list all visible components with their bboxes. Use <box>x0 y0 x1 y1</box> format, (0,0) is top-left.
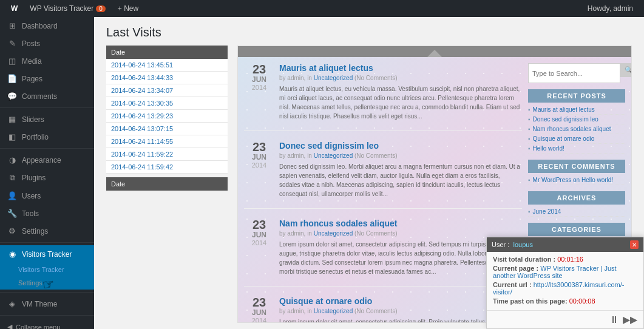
sidebar-item-users[interactable]: 👤 Users <box>0 187 94 205</box>
table-row[interactable]: 2014-06-24 11:59:42 <box>106 161 228 174</box>
sidebar-item-tools[interactable]: 🔧 Tools <box>0 205 94 222</box>
list-item[interactable]: Hello world! <box>528 144 625 154</box>
sidebar-item-vm-theme[interactable]: ◈ VM Theme <box>0 295 94 313</box>
tracker-visit-duration-row: Visit total duration : 00:01:16 <box>493 256 637 263</box>
post-body-1: Mauris at aliquet lectus by admin, in Un… <box>279 63 522 121</box>
sidebar-item-appearance[interactable]: ◑ Appearance <box>0 151 94 169</box>
date-cell[interactable]: 2014-06-24 13:07:15 <box>106 123 228 135</box>
collapse-menu-button[interactable]: ◀ Collapse menu <box>0 318 94 329</box>
post-title-2[interactable]: Donec sed dignissim leo <box>279 141 522 151</box>
tools-icon: 🔧 <box>7 209 17 218</box>
post-category-link-4[interactable]: Uncategorized <box>314 308 353 314</box>
sidebar-subitem-settings[interactable]: Settings <box>0 276 94 290</box>
recent-comments-widget-title: RECENT COMMENTS <box>528 160 625 173</box>
date-cell[interactable]: 2014-06-24 11:59:42 <box>106 161 228 174</box>
sidebar-item-media[interactable]: ◫ Media <box>0 52 94 70</box>
menu-separator-1 <box>0 107 94 108</box>
sidebar-item-pages[interactable]: 📄 Pages <box>0 70 94 87</box>
search-button[interactable]: 🔍 <box>620 63 632 77</box>
new-item[interactable]: + New <box>112 0 144 17</box>
post-title-1[interactable]: Mauris at aliquet lectus <box>279 63 522 73</box>
sidebar-item-portfolio[interactable]: ◧ Portfolio <box>0 128 94 146</box>
table-row[interactable]: 2014-06-24 13:44:33 <box>106 72 228 84</box>
sidebar-item-settings[interactable]: ⚙ Settings <box>0 222 94 240</box>
table-row[interactable]: 2014-06-24 11:14:55 <box>106 135 228 148</box>
date-cell[interactable]: 2014-06-24 13:30:35 <box>106 97 228 110</box>
wp-logo-item[interactable]: W <box>5 0 24 17</box>
post-title-3[interactable]: Nam rhoncus sodales aliquet <box>279 219 522 228</box>
subitem-label: Visitors Tracker <box>18 266 64 273</box>
tracker-next-button[interactable]: ▶▶ <box>623 314 637 325</box>
archives-list: June 2014 <box>528 207 625 217</box>
post-excerpt-3: Lorem ipsum dolor sit amet, consectetur … <box>279 240 522 276</box>
sidebar-item-label: Users <box>22 192 41 200</box>
archives-widget-title: ARCHIVES <box>528 191 625 205</box>
sidebar-item-sliders[interactable]: ▦ Sliders <box>0 110 94 128</box>
post-date-1: 23 JUN 2014 <box>244 63 274 121</box>
site-name: WP Visitors Tracker <box>30 4 93 13</box>
post-meta-3: by admin, in Uncategorized (No Comments) <box>279 230 522 237</box>
table-row[interactable]: 2014-06-24 13:29:23 <box>106 110 228 123</box>
media-icon: ◫ <box>7 56 17 66</box>
list-item[interactable]: Donec sed dignissim leo <box>528 115 625 124</box>
blog-post-2: 23 JUN 2014 Donec sed dignissim leo by a… <box>244 141 522 209</box>
sidebar-item-posts[interactable]: ✎ Posts <box>0 35 94 52</box>
tracker-pause-button[interactable]: ⏸ <box>609 314 619 325</box>
sidebar-item-label: Portfolio <box>22 133 49 141</box>
date-cell[interactable]: 2014-06-24 13:45:51 <box>106 59 228 72</box>
blog-post-4: 23 JUN 2014 Quisque at ornare odio by ad… <box>244 296 522 323</box>
visitors-tracker-icon: ◉ <box>7 249 17 259</box>
sidebar-subitem-visitors-tracker[interactable]: Visitors Tracker <box>0 263 94 276</box>
list-item[interactable]: Quisque at ornare odio <box>528 134 625 144</box>
menu-separator-5 <box>0 315 94 316</box>
tracker-header: User : loupus ✕ <box>487 237 643 252</box>
post-category-link-2[interactable]: Uncategorized <box>314 152 353 159</box>
date-cell[interactable]: 2014-06-24 13:29:23 <box>106 110 228 123</box>
list-item[interactable]: June 2014 <box>528 207 625 217</box>
tracker-body: Visit total duration : 00:01:16 Current … <box>487 252 643 310</box>
users-icon: 👤 <box>7 191 17 200</box>
table-row[interactable]: 2014-06-24 11:59:22 <box>106 148 228 161</box>
post-category-link-3[interactable]: Uncategorized <box>314 230 353 237</box>
pages-icon: 📄 <box>7 74 17 83</box>
sidebar-item-visitors-tracker[interactable]: ◉ Visitors Tracker <box>0 245 94 263</box>
date-cell[interactable]: 2014-06-24 13:44:33 <box>106 72 228 84</box>
post-category-link[interactable]: Uncategorized <box>314 75 353 81</box>
post-title-4[interactable]: Quisque at ornare odio <box>279 296 522 306</box>
categories-widget-title: CATEGORIES <box>528 223 625 236</box>
list-item[interactable]: Nam rhoncus sodales aliquet <box>528 124 625 134</box>
table-row[interactable]: 2014-06-24 13:45:51 <box>106 59 228 72</box>
post-date-4: 23 JUN 2014 <box>244 296 274 323</box>
list-item[interactable]: Mauris at aliquet lectus <box>528 105 625 115</box>
blog-top-nav <box>238 46 631 57</box>
site-name-item[interactable]: WP Visitors Tracker 0 <box>24 0 111 17</box>
blog-posts-list: 23 JUN 2014 Mauris at aliquet lectus by … <box>244 63 522 323</box>
dashboard-icon: ⊞ <box>7 21 17 30</box>
date-cell[interactable]: 2014-06-24 13:34:07 <box>106 84 228 97</box>
search-input[interactable] <box>528 63 620 83</box>
sidebar-item-dashboard[interactable]: ⊞ Dashboard <box>0 17 94 35</box>
date-cell[interactable]: 2014-06-24 11:14:55 <box>106 135 228 148</box>
table-row[interactable]: 2014-06-24 13:34:07 <box>106 84 228 97</box>
subitem-label: Settings <box>18 279 42 287</box>
plugins-icon: ⧉ <box>7 173 17 183</box>
table-row[interactable]: 2014-06-24 13:07:15 <box>106 123 228 135</box>
settings-icon: ⚙ <box>7 226 17 236</box>
sidebar-item-label: Sliders <box>22 115 44 124</box>
tracker-close-button[interactable]: ✕ <box>630 240 639 249</box>
date-cell[interactable]: 2014-06-24 11:59:22 <box>106 148 228 161</box>
sidebar-item-comments[interactable]: 💬 Comments <box>0 87 94 105</box>
blog-post-3: 23 JUN 2014 Nam rhoncus sodales aliquet … <box>244 219 522 287</box>
post-body-4: Quisque at ornare odio by admin, in Unca… <box>279 296 522 323</box>
howdy-text: Howdy, admin <box>581 4 639 13</box>
tracker-popup: User : loupus ✕ Visit total duration : 0… <box>486 237 644 329</box>
posts-icon: ✎ <box>7 39 17 48</box>
table-row[interactable]: 2014-06-24 13:30:35 <box>106 97 228 110</box>
sidebar-item-label: Posts <box>22 39 40 48</box>
sidebar-item-label: Comments <box>22 92 57 101</box>
list-item[interactable]: Mr WordPress on Hello world! <box>528 175 625 185</box>
blog-arrow-icon <box>427 50 442 57</box>
visits-table: Date 2014-06-24 13:45:51 2014-06-24 13:4… <box>106 46 228 174</box>
menu-separator-4 <box>0 292 94 293</box>
sidebar-item-plugins[interactable]: ⧉ Plugins <box>0 169 94 187</box>
